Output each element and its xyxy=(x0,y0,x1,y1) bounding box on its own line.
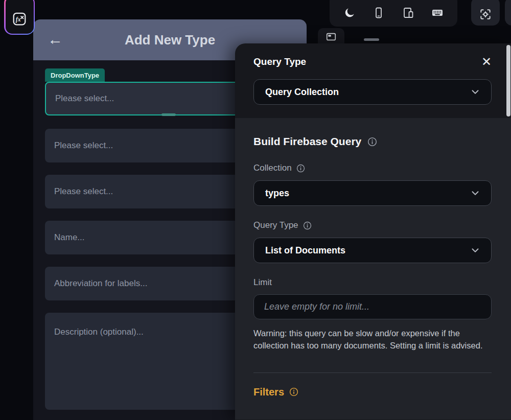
close-icon[interactable]: ✕ xyxy=(481,56,492,68)
back-arrow-icon[interactable]: ← xyxy=(48,32,63,47)
section-divider xyxy=(253,372,492,373)
query-type-label-row: Query Type xyxy=(253,220,492,230)
info-icon[interactable] xyxy=(303,221,312,230)
responsive-view-button[interactable] xyxy=(400,5,417,20)
chevron-down-icon xyxy=(470,86,481,98)
chevron-down-icon xyxy=(470,188,481,199)
query-type-dropdown[interactable]: Query Collection xyxy=(253,79,492,105)
collection-label-row: Collection xyxy=(253,163,492,173)
phone-view-button[interactable] xyxy=(370,5,387,20)
panel-scrollbar-thumb[interactable] xyxy=(506,45,510,116)
panel-title: Query Type xyxy=(253,56,306,67)
dropdown-value: Query Collection xyxy=(265,87,339,98)
text-placeholder: Name... xyxy=(54,232,85,243)
dropdown-value: List of Documents xyxy=(265,245,345,256)
device-toolbar xyxy=(330,0,457,27)
keyboard-icon xyxy=(431,7,444,19)
dropdown-placeholder: Please select... xyxy=(54,186,113,197)
chevron-down-icon xyxy=(470,245,481,256)
section-title: Build Firebase Query xyxy=(253,135,361,148)
filters-section-title-row: Filters xyxy=(253,386,492,398)
dark-mode-toggle[interactable] xyxy=(341,5,358,20)
devices-icon xyxy=(402,7,414,19)
panel-header: Query Type ✕ Query Collection xyxy=(235,43,511,118)
info-icon[interactable] xyxy=(296,164,305,173)
moon-icon xyxy=(343,7,356,19)
collection-label: Collection xyxy=(253,163,292,173)
text-placeholder: Abbreviation for labels... xyxy=(54,278,147,289)
text-placeholder: Description (optional)... xyxy=(54,327,144,337)
query-type-label: Query Type xyxy=(253,220,298,230)
limit-label-row: Limit xyxy=(253,277,492,288)
keyboard-toggle[interactable] xyxy=(429,5,446,20)
query-type-value-dropdown[interactable]: List of Documents xyxy=(253,238,492,263)
limit-warning-text: Warning: this query can be slow and/or e… xyxy=(253,327,492,352)
panel-body: Build Firebase Query Collection types Qu… xyxy=(235,118,511,419)
query-properties-panel: Query Type ✕ Query Collection Build Fire… xyxy=(235,43,511,420)
function-fx-icon: fx xyxy=(12,11,27,27)
info-icon[interactable] xyxy=(367,137,377,147)
limit-input[interactable] xyxy=(253,294,492,319)
toolbar-edge-button[interactable] xyxy=(505,0,511,26)
phone-icon xyxy=(373,7,385,19)
limit-label: Limit xyxy=(253,277,272,288)
resize-handle[interactable] xyxy=(161,113,176,116)
dropdown-placeholder: Please select... xyxy=(55,94,114,104)
info-icon[interactable] xyxy=(289,387,298,396)
marquee-gear-icon xyxy=(479,8,492,21)
collection-dropdown[interactable]: types xyxy=(253,180,492,206)
dropdown-placeholder: Please select... xyxy=(54,141,113,151)
action-flow-editor-button[interactable]: fx xyxy=(4,0,35,35)
filters-label: Filters xyxy=(253,386,284,398)
dropdown-value: types xyxy=(265,188,289,199)
widget-select-settings-button[interactable] xyxy=(471,0,500,26)
svg-text:fx: fx xyxy=(16,16,21,23)
minimized-panel-tab[interactable] xyxy=(318,28,344,45)
panel-drag-handle[interactable] xyxy=(364,38,379,41)
card-icon xyxy=(326,31,337,42)
selected-widget-badge: DropDownType xyxy=(45,68,105,82)
